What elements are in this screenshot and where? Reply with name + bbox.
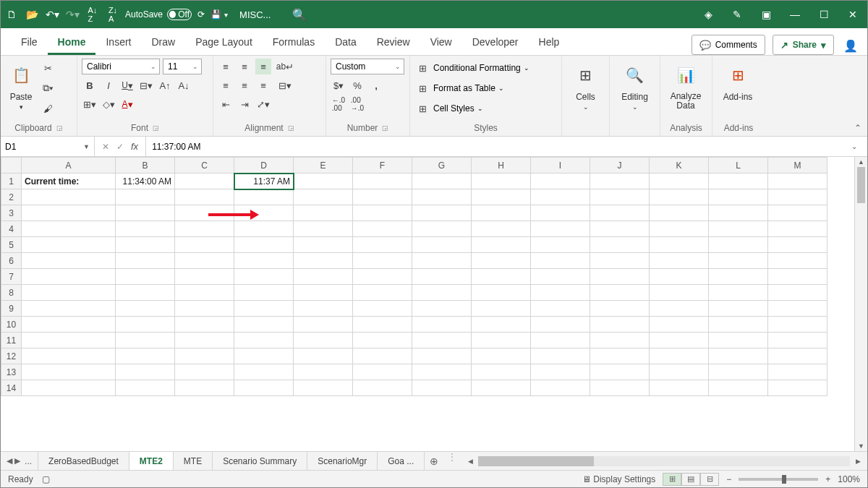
cell[interactable] xyxy=(412,380,472,396)
cell[interactable] xyxy=(294,317,353,333)
cell[interactable] xyxy=(412,253,472,269)
cell[interactable] xyxy=(472,174,531,189)
cell[interactable] xyxy=(294,221,353,237)
row-header[interactable]: 8 xyxy=(1,285,22,301)
cell[interactable] xyxy=(768,205,827,221)
cell[interactable]: Current time: xyxy=(22,174,116,189)
cell[interactable] xyxy=(234,364,294,380)
cell[interactable] xyxy=(234,348,294,364)
cell[interactable] xyxy=(768,364,827,380)
cell[interactable] xyxy=(472,348,531,364)
undo-icon[interactable]: ↶▾ xyxy=(46,8,59,21)
horizontal-scrollbar[interactable]: ◀ ▶ xyxy=(461,452,867,470)
cell[interactable] xyxy=(768,348,827,364)
cell[interactable] xyxy=(650,237,709,253)
cell[interactable] xyxy=(116,269,175,285)
cell[interactable] xyxy=(650,205,709,221)
row-header[interactable]: 11 xyxy=(1,333,22,348)
cell[interactable] xyxy=(709,174,768,189)
scroll-left-icon[interactable]: ◀ xyxy=(465,458,475,465)
comma-icon[interactable]: , xyxy=(368,77,384,93)
expand-formula-icon[interactable]: ⌄ xyxy=(851,142,861,150)
row-header[interactable]: 2 xyxy=(1,189,22,205)
cell[interactable] xyxy=(412,285,472,301)
currency-icon[interactable]: $▾ xyxy=(331,77,346,93)
cell[interactable] xyxy=(650,364,709,380)
align-right-icon[interactable]: ≡ xyxy=(255,77,271,93)
increase-decimal-icon[interactable]: ←.0.00 xyxy=(331,96,346,112)
cell[interactable] xyxy=(472,380,531,396)
cell[interactable] xyxy=(650,189,709,205)
cell[interactable] xyxy=(650,380,709,396)
align-middle-icon[interactable]: ≡ xyxy=(237,59,252,74)
cell[interactable] xyxy=(116,333,175,348)
decrease-indent-icon[interactable]: ⇤ xyxy=(218,96,234,112)
display-settings-button[interactable]: 🖥 Display Settings xyxy=(582,474,655,484)
cell[interactable] xyxy=(294,253,353,269)
cell[interactable] xyxy=(294,269,353,285)
cell[interactable] xyxy=(531,333,590,348)
tab-review[interactable]: Review xyxy=(367,30,420,55)
cell[interactable] xyxy=(175,253,234,269)
increase-font-icon[interactable]: A↑ xyxy=(157,77,173,93)
add-sheet-icon[interactable]: ⊕ xyxy=(425,452,443,470)
cell[interactable] xyxy=(294,174,353,189)
cell[interactable] xyxy=(472,285,531,301)
autosave-toggle[interactable]: AutoSave Off xyxy=(125,9,192,20)
tab-data[interactable]: Data xyxy=(325,30,367,55)
row-header[interactable]: 13 xyxy=(1,364,22,380)
number-format-select[interactable]: Custom⌄ xyxy=(331,59,404,74)
cell[interactable] xyxy=(175,221,234,237)
wand-icon[interactable]: ✎ xyxy=(730,7,744,22)
font-color-icon[interactable]: A▾ xyxy=(119,96,135,112)
cell[interactable] xyxy=(175,380,234,396)
cell[interactable] xyxy=(22,333,116,348)
cell[interactable] xyxy=(175,269,234,285)
cell[interactable] xyxy=(412,317,472,333)
tab-formulas[interactable]: Formulas xyxy=(263,30,325,55)
cell[interactable] xyxy=(175,317,234,333)
cell[interactable] xyxy=(116,364,175,380)
cell[interactable] xyxy=(472,237,531,253)
cell[interactable] xyxy=(472,205,531,221)
cell[interactable] xyxy=(412,237,472,253)
cell[interactable] xyxy=(650,301,709,317)
cell[interactable] xyxy=(768,301,827,317)
cell[interactable] xyxy=(116,221,175,237)
comments-button[interactable]: 💬 Comments xyxy=(692,35,765,55)
column-header[interactable]: A xyxy=(22,158,116,174)
tab-home[interactable]: Home xyxy=(48,30,96,55)
sheet-tab[interactable]: Scenario Summary xyxy=(213,452,307,470)
page-break-view-icon[interactable]: ⊟ xyxy=(700,473,719,486)
cell[interactable] xyxy=(590,237,650,253)
cell[interactable] xyxy=(472,333,531,348)
cell[interactable] xyxy=(590,269,650,285)
sheet-tab[interactable]: Goa ... xyxy=(378,452,425,470)
cell[interactable] xyxy=(531,317,590,333)
cell[interactable] xyxy=(22,285,116,301)
cell[interactable] xyxy=(234,189,294,205)
column-header[interactable]: C xyxy=(175,158,234,174)
cell[interactable] xyxy=(768,333,827,348)
qat-more-icon[interactable]: ▾ xyxy=(224,11,228,19)
cell[interactable] xyxy=(768,221,827,237)
hscroll-thumb[interactable] xyxy=(478,456,594,466)
addins-button[interactable]: ⊞Add-ins xyxy=(717,59,759,102)
cell[interactable] xyxy=(175,205,234,221)
cell[interactable] xyxy=(234,269,294,285)
cell[interactable] xyxy=(22,364,116,380)
zoom-slider[interactable] xyxy=(739,478,818,481)
cell[interactable] xyxy=(709,333,768,348)
zoom-in-icon[interactable]: + xyxy=(825,474,830,484)
cell[interactable] xyxy=(709,317,768,333)
cell[interactable] xyxy=(116,285,175,301)
close-icon[interactable]: ✕ xyxy=(846,7,860,22)
dialog-launcher-icon[interactable]: ◲ xyxy=(56,124,63,132)
cell[interactable] xyxy=(412,364,472,380)
normal-view-icon[interactable]: ⊞ xyxy=(663,473,681,486)
cell[interactable] xyxy=(22,301,116,317)
cell[interactable] xyxy=(590,189,650,205)
cell[interactable] xyxy=(709,348,768,364)
tab-insert[interactable]: Insert xyxy=(95,30,141,55)
cell[interactable] xyxy=(590,221,650,237)
